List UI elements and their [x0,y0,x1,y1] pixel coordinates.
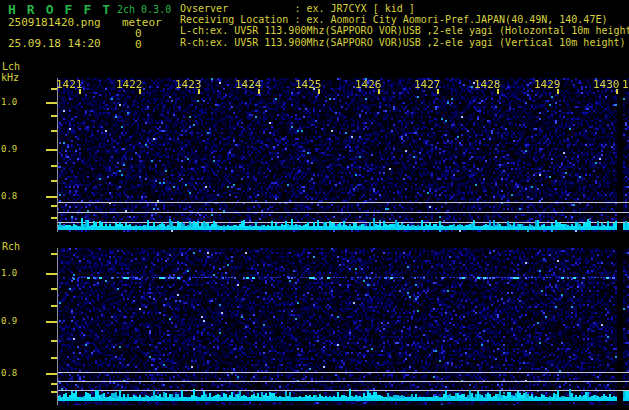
rch-panel-left-border [57,248,58,405]
minute-tick [437,89,439,94]
lch-ytick-0.9: 0.9 [1,145,17,155]
filename-label: 2509181420.png [8,17,101,29]
freq-minor-tick [51,391,57,393]
time-axis-label-partial: 1 [622,78,629,91]
freq-minor-tick [51,217,57,219]
echo-count-bottom: 0 [135,39,142,51]
freq-major-tick [46,273,57,275]
minute-tick [79,89,81,94]
freq-major-tick [46,196,57,198]
minute-tick [198,89,200,94]
lch-axis-label: Lch [2,61,20,72]
freq-major-tick [46,373,57,375]
freq-major-tick [46,149,57,151]
hrofft-screen: H R O F F T 2ch 0.3.0 2509181420.png met… [0,0,629,410]
freq-minor-tick [51,305,57,307]
minute-tick [557,89,559,94]
lch-spectrogram [57,78,629,232]
freq-minor-tick [51,165,57,167]
lch-config-line: L-ch:ex. UV5R 113.900Mhz(SAPPORO VOR)USB… [180,25,629,36]
freq-minor-tick [51,253,57,255]
freq-minor-tick [51,357,57,359]
rch-config-line: R-ch:ex. UV5R 113.900Mhz(SAPPORO VOR)USB… [180,37,626,48]
freq-minor-tick [51,340,57,342]
lch-ytick-0.8: 0.8 [1,192,17,202]
rch-ytick-0.9: 0.9 [1,317,17,327]
freq-minor-tick [51,288,57,290]
minute-tick [139,89,141,94]
khz-unit-label: kHz [1,72,19,83]
rch-ytick-1.0: 1.0 [1,269,17,279]
minute-tick [258,89,260,94]
lch-panel-left-border [57,78,58,232]
minute-tick [616,89,618,94]
freq-minor-tick [51,115,57,117]
rch-ytick-0.8: 0.8 [1,369,17,379]
location-line: Receiving Location : ex. Aomori City Aom… [180,14,607,25]
lch-ytick-1.0: 1.0 [1,98,17,108]
version-label: 2ch 0.3.0 [117,4,171,15]
rch-axis-label: Rch [2,241,20,252]
mode-label: meteor [122,17,162,29]
freq-minor-tick [51,205,57,207]
minute-tick [318,89,320,94]
observer-line: Ovserver : ex. JR7CYX [ kid ] [180,3,415,14]
freq-minor-tick [51,383,57,385]
freq-minor-tick [51,130,57,132]
minute-tick [497,89,499,94]
minute-tick [378,89,380,94]
rch-spectrogram [57,248,629,405]
freq-minor-tick [51,180,57,182]
datetime-label: 25.09.18 14:20 [8,38,101,50]
freq-major-tick [46,321,57,323]
freq-major-tick [46,102,57,104]
